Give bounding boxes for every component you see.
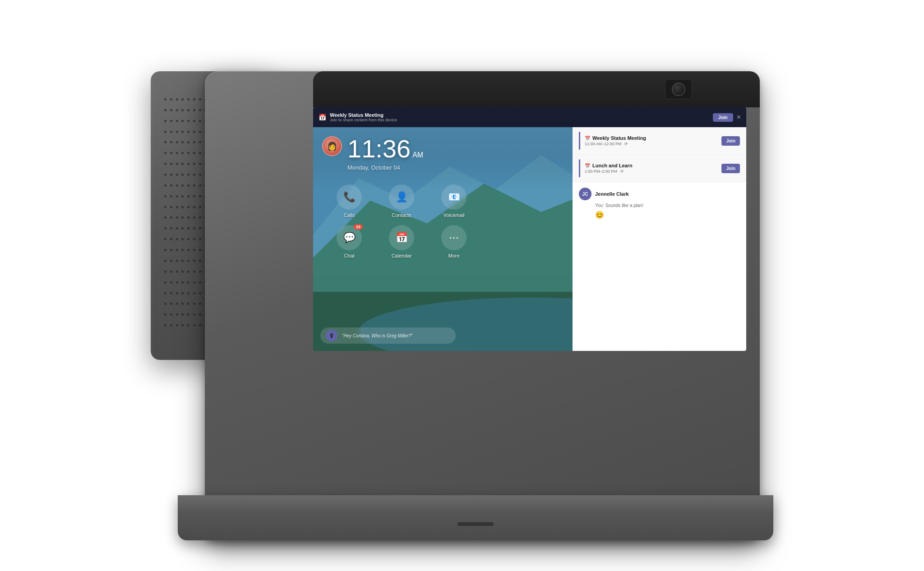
- app-badge-chat: 33: [354, 224, 363, 230]
- app-icon-calls[interactable]: 📞Calls: [327, 184, 372, 218]
- notification-buttons: Join ×: [713, 113, 741, 122]
- screen: 📅 Weekly Status Meeting Join to share co…: [313, 107, 746, 351]
- banner-join-button[interactable]: Join: [713, 113, 733, 122]
- cortana-bar[interactable]: 🎙 "Hey Cortana, Who is Greg Miller?": [320, 327, 456, 344]
- notification-banner: 📅 Weekly Status Meeting Join to share co…: [313, 107, 746, 127]
- notif-subtitle: Join to share content from this device: [330, 118, 713, 122]
- meeting-time-1: 11:00 AM–12:00 PM ⟳: [585, 142, 717, 146]
- meeting-time-2: 1:00 PM–2:00 PM ⟳: [585, 169, 717, 174]
- device-body: 📅 Weekly Status Meeting Join to share co…: [205, 71, 760, 540]
- camera-module: [665, 79, 692, 99]
- meeting-item-2: 📅 Lunch and Learn 1:00 PM–2:00 PM ⟳ Join: [573, 155, 746, 182]
- chat-user: JC Jennelle Clark: [579, 188, 740, 200]
- date-display: Monday, October 04: [347, 164, 539, 171]
- device-wrapper: 📅 Weekly Status Meeting Join to share co…: [151, 44, 773, 540]
- cortana-mic-icon: 🎙: [326, 330, 337, 341]
- app-label-calls: Calls: [344, 212, 355, 218]
- avatar: 👩: [322, 136, 342, 156]
- app-label-chat: Chat: [344, 253, 354, 258]
- app-icon-chat[interactable]: 💬33Chat: [327, 225, 372, 258]
- device-base: [178, 495, 773, 540]
- app-icon-voicemail[interactable]: 📧Voicemail: [431, 184, 476, 218]
- app-label-voicemail: Voicemail: [443, 212, 464, 218]
- app-label-more: More: [448, 253, 459, 258]
- meeting-accent-2: [579, 159, 580, 177]
- time-block: 11:36 AM: [347, 136, 423, 161]
- meeting-item-1: 📅 Weekly Status Meeting 11:00 AM–12:00 P…: [573, 127, 746, 155]
- join-button-1[interactable]: Join: [721, 136, 740, 146]
- meeting-title-2: Lunch and Learn: [592, 163, 633, 168]
- app-icon-contacts[interactable]: 👤Contacts: [379, 184, 424, 218]
- meeting-title-1: Weekly Status Meeting: [592, 135, 646, 141]
- chat-message: You: Sounds like a plan!: [595, 203, 740, 208]
- join-button-2[interactable]: Join: [721, 164, 740, 173]
- chat-user-name: Jennelle Clark: [595, 191, 629, 197]
- clock-time: 11:36: [347, 136, 411, 161]
- clock-ampm: AM: [412, 151, 423, 159]
- user-avatar-time: 👩 11:36 AM: [322, 136, 539, 161]
- chat-icon-row: 😊: [595, 211, 740, 219]
- app-icon-more[interactable]: ⋯More: [431, 225, 476, 258]
- screen-container: 📅 Weekly Status Meeting Join to share co…: [313, 107, 746, 351]
- right-panel: 📅 Weekly Status Meeting 11:00 AM–12:00 P…: [573, 127, 746, 351]
- notification-text: Weekly Status Meeting Join to share cont…: [330, 112, 713, 122]
- home-screen: 👩 11:36 AM Monday, October 04 📞Calls👤Con…: [313, 127, 548, 351]
- camera-lens: [672, 83, 685, 96]
- chat-section: JC Jennelle Clark You: Sounds like a pla…: [573, 182, 746, 225]
- chat-avatar-initials: JC: [582, 192, 588, 197]
- base-slot: [457, 522, 494, 526]
- meeting-info-1: 📅 Weekly Status Meeting 11:00 AM–12:00 P…: [585, 135, 717, 146]
- time-display: 11:36 AM: [347, 136, 423, 161]
- avatar-image: 👩: [323, 137, 341, 155]
- app-label-calendar: Calendar: [392, 253, 412, 258]
- meeting-accent-1: [579, 132, 580, 150]
- chat-avatar: JC: [579, 188, 591, 200]
- top-bar: [313, 71, 760, 107]
- meeting-icon: 📅: [319, 114, 326, 121]
- notif-title: Weekly Status Meeting: [330, 112, 713, 118]
- app-icon-calendar[interactable]: 📅Calendar: [379, 225, 424, 258]
- app-label-contacts: Contacts: [392, 212, 411, 218]
- chat-emoji-icon[interactable]: 😊: [595, 211, 604, 219]
- banner-close-button[interactable]: ×: [737, 113, 741, 121]
- meeting-info-2: 📅 Lunch and Learn 1:00 PM–2:00 PM ⟳: [585, 163, 717, 174]
- cortana-prompt: "Hey Cortana, Who is Greg Miller?": [342, 333, 413, 338]
- app-grid: 📞Calls👤Contacts📧Voicemail💬33Chat📅Calenda…: [327, 184, 539, 258]
